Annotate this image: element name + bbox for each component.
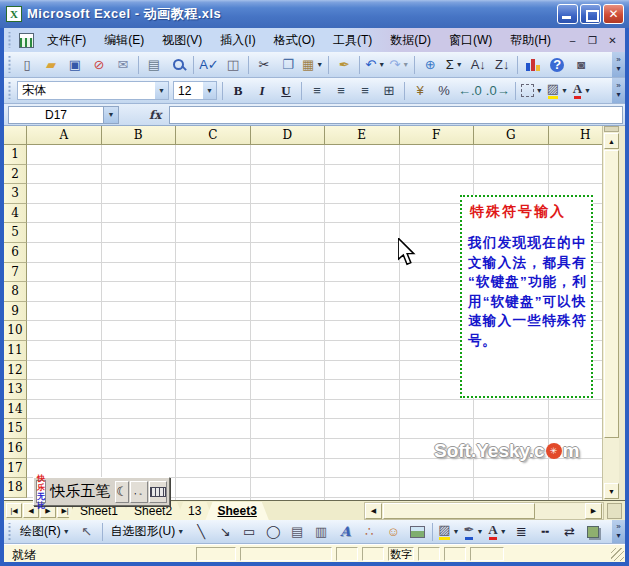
- chevron-down-icon[interactable]: ▼: [203, 82, 216, 99]
- std-redo[interactable]: ↷▼: [388, 54, 410, 75]
- draw-select-pointer[interactable]: ↖: [76, 521, 98, 542]
- ime-name[interactable]: 快乐五笔: [46, 482, 114, 501]
- draw-arrow-style[interactable]: ⇄: [558, 521, 580, 542]
- fmt-fill-color[interactable]: ▨▼: [546, 80, 569, 101]
- fmt-borders[interactable]: ▼: [520, 80, 544, 101]
- horizontal-scroll-thumb[interactable]: [383, 503, 535, 519]
- std-sort-ascending[interactable]: A↓: [467, 54, 489, 75]
- ime-logo-icon[interactable]: 快乐 无比: [36, 480, 46, 503]
- row-header-4[interactable]: 4: [4, 204, 27, 224]
- row-header-12[interactable]: 12: [4, 361, 27, 381]
- vertical-scroll-thumb[interactable]: [604, 150, 619, 438]
- fmt-decrease-decimal[interactable]: .0→: [485, 80, 511, 101]
- draw-line-color[interactable]: ✒▼: [462, 521, 484, 542]
- col-header-E[interactable]: E: [325, 126, 400, 145]
- restore-button[interactable]: [580, 4, 601, 24]
- chevron-down-icon[interactable]: ▼: [456, 61, 463, 68]
- punctuation-toggle-icon[interactable]: ，。: [130, 481, 148, 503]
- std-cut[interactable]: ✂: [253, 54, 275, 75]
- chevron-down-icon[interactable]: ▼: [402, 61, 409, 68]
- draw-line[interactable]: ╲: [190, 521, 212, 542]
- std-new[interactable]: ▯: [16, 54, 38, 75]
- vertical-scrollbar[interactable]: ▲ ▼: [602, 126, 619, 500]
- row-header-11[interactable]: 11: [4, 341, 27, 361]
- std-hyperlink[interactable]: ⊕: [419, 54, 441, 75]
- row-header-7[interactable]: 7: [4, 263, 27, 283]
- row-header-2[interactable]: 2: [4, 165, 27, 185]
- menu-item-4[interactable]: 格式(O): [265, 29, 324, 52]
- select-all-corner[interactable]: [4, 126, 27, 145]
- draw-draw-menu[interactable]: 绘图(R)▼: [16, 521, 74, 542]
- draw-diagram[interactable]: ∴: [358, 521, 380, 542]
- menu-item-2[interactable]: 视图(V): [153, 29, 211, 52]
- draw-text-box[interactable]: ▤: [286, 521, 308, 542]
- col-header-H[interactable]: H: [549, 126, 603, 145]
- menu-item-1[interactable]: 编辑(E): [95, 29, 153, 52]
- chevron-down-icon[interactable]: ▼: [316, 61, 323, 68]
- row-header-6[interactable]: 6: [4, 243, 27, 263]
- ime-toolbar[interactable]: 快乐 无比 快乐五笔 ☾ ，。: [33, 477, 170, 506]
- scroll-down-icon[interactable]: ▼: [604, 483, 619, 499]
- draw-vertical-text-box[interactable]: ▥: [310, 521, 332, 542]
- std-camera[interactable]: ◙: [570, 54, 592, 75]
- row-header-15[interactable]: 15: [4, 419, 27, 439]
- std-undo[interactable]: ↶▼: [364, 54, 386, 75]
- col-header-B[interactable]: B: [102, 126, 177, 145]
- row-header-5[interactable]: 5: [4, 223, 27, 243]
- std-chart-wizard[interactable]: [522, 54, 544, 75]
- col-header-A[interactable]: A: [27, 126, 102, 145]
- draw-line-style[interactable]: ≣: [510, 521, 532, 542]
- chevron-down-icon[interactable]: ▼: [63, 528, 70, 535]
- menu-item-5[interactable]: 工具(T): [324, 29, 381, 52]
- insert-function-icon[interactable]: fx: [149, 108, 161, 122]
- std-copy[interactable]: ❐: [277, 54, 299, 75]
- draw-picture[interactable]: [406, 521, 428, 542]
- fmt-italic[interactable]: I: [251, 80, 273, 101]
- fmt-font-color[interactable]: A▼: [571, 80, 593, 101]
- toolbar-grip[interactable]: [7, 523, 12, 539]
- name-box-dropdown[interactable]: ▼: [104, 106, 119, 124]
- std-spelling[interactable]: A✓: [198, 54, 220, 75]
- tab-split-handle[interactable]: [607, 503, 622, 519]
- chevron-down-icon[interactable]: ▼: [155, 82, 168, 99]
- sheet-tab-Sheet3[interactable]: Sheet3: [205, 502, 268, 520]
- chevron-down-icon[interactable]: ▼: [177, 528, 184, 535]
- chevron-down-icon[interactable]: ▼: [378, 61, 385, 68]
- close-button[interactable]: [603, 4, 624, 24]
- std-help[interactable]: ?: [546, 54, 568, 75]
- toolbar-grip[interactable]: [7, 82, 12, 100]
- row-header-13[interactable]: 13: [4, 380, 27, 400]
- workbook-restore-icon[interactable]: ❐: [584, 33, 601, 48]
- row-header-18[interactable]: 18: [4, 478, 27, 498]
- draw-clip-art[interactable]: ☺: [382, 521, 404, 542]
- font-name-combo[interactable]: 宋体 ▼: [17, 81, 169, 100]
- std-sort-descending[interactable]: Z↓: [491, 54, 513, 75]
- menu-item-6[interactable]: 数据(D): [381, 29, 440, 52]
- std-research[interactable]: ◫: [222, 54, 244, 75]
- soft-keyboard-icon[interactable]: [149, 481, 167, 503]
- std-permission[interactable]: ⊘: [88, 54, 110, 75]
- std-autosum[interactable]: Σ▼: [443, 54, 465, 75]
- font-size-combo[interactable]: 12 ▼: [173, 81, 217, 100]
- chevron-down-icon[interactable]: ▼: [561, 87, 568, 94]
- draw-fill-color[interactable]: ▨▼: [437, 521, 460, 542]
- note-text-box[interactable]: 特殊符号输入 我们发现现在的中文输入法，都具有“软键盘”功能，利用“软键盘”可以…: [460, 195, 593, 398]
- menu-item-7[interactable]: 窗口(W): [440, 29, 501, 52]
- fmt-align-right[interactable]: ≡: [354, 80, 376, 101]
- std-save[interactable]: ▣: [64, 54, 86, 75]
- draw-arrow[interactable]: ↘: [214, 521, 236, 542]
- scroll-right-icon[interactable]: ▶: [585, 503, 602, 519]
- toolbar-options-icon[interactable]: » ▾: [612, 78, 625, 103]
- resize-grip-icon[interactable]: [611, 548, 624, 561]
- chevron-down-icon[interactable]: ▼: [536, 87, 543, 94]
- workbook-icon[interactable]: [19, 33, 34, 48]
- draw-autoshapes-menu[interactable]: 自选图形(U)▼: [107, 521, 189, 542]
- row-header-10[interactable]: 10: [4, 321, 27, 341]
- std-paste[interactable]: ▦▼: [301, 54, 324, 75]
- vertical-split-handle[interactable]: [604, 126, 619, 132]
- scroll-up-icon[interactable]: ▲: [604, 133, 619, 149]
- tab-nav-first-icon[interactable]: |◀: [6, 503, 22, 518]
- std-print-preview[interactable]: [167, 54, 189, 75]
- row-header-16[interactable]: 16: [4, 439, 27, 459]
- col-header-F[interactable]: F: [400, 126, 475, 145]
